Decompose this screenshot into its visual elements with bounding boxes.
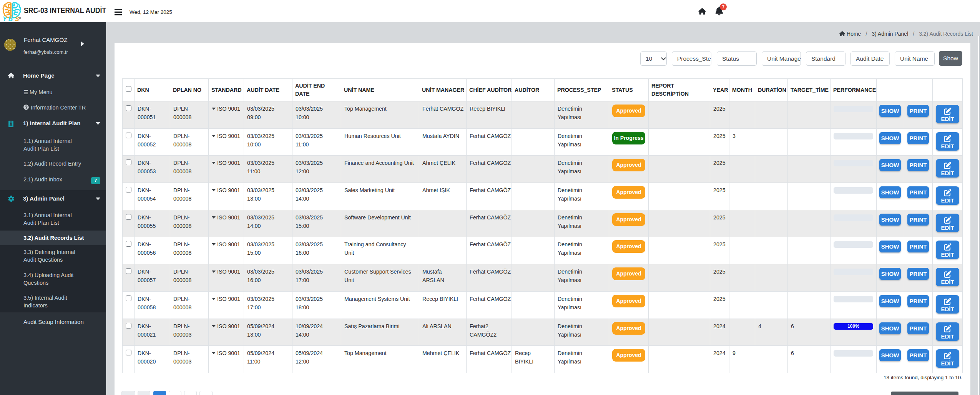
svg-text:S: S bbox=[15, 16, 19, 21]
svg-text:YB: YB bbox=[3, 16, 14, 21]
